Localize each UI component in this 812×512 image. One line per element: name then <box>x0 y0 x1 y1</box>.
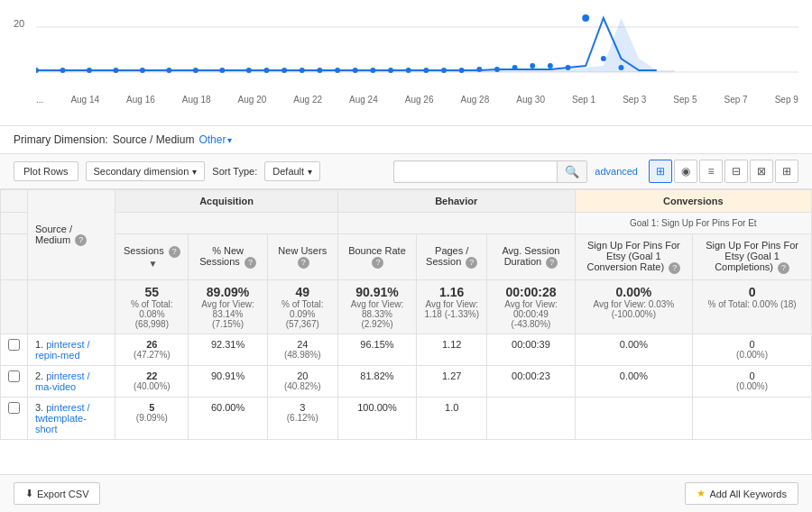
search-button[interactable]: 🔍 <box>557 161 586 182</box>
svg-point-24 <box>476 67 482 72</box>
pct-new-sessions-help-icon[interactable]: ? <box>245 257 256 269</box>
sort-type-label: Sort Type: <box>212 166 257 177</box>
svg-point-32 <box>619 65 624 70</box>
row2-bounce-rate-cell: 81.82% <box>337 365 416 397</box>
other-dimension-link[interactable]: Other <box>198 133 232 146</box>
view-custom-button[interactable]: ⊞ <box>775 160 798 183</box>
new-users-header[interactable]: New Users ? <box>267 234 337 280</box>
totals-avg-session-cell: 00:00:28 Avg for View: 00:00:49 (-43.80%… <box>487 279 575 334</box>
pages-session-header[interactable]: Pages / Session ? <box>417 234 487 280</box>
totals-bounce-rate-cell: 90.91% Avg for View: 88.33% (2.92%) <box>337 279 416 334</box>
sort-default-dropdown[interactable]: Default <box>264 161 320 181</box>
export-icon: ⬇ <box>25 488 33 499</box>
svg-point-28 <box>548 63 553 69</box>
add-all-keywords-button[interactable]: ★ Add All Keywords <box>685 482 798 505</box>
svg-point-6 <box>113 68 118 73</box>
sign-up-completions-header[interactable]: Sign Up For Pins For Etsy (Goal 1 Comple… <box>693 234 812 280</box>
svg-point-4 <box>60 68 66 73</box>
row1-avg-session-cell: 00:00:39 <box>487 334 575 365</box>
row3-avg-session-cell <box>487 397 575 439</box>
svg-point-16 <box>335 68 340 73</box>
svg-point-11 <box>246 68 252 73</box>
row1-sign-up-rate-cell: 0.00% <box>575 334 693 365</box>
svg-point-30 <box>582 14 589 22</box>
row2-checkbox[interactable] <box>1 365 28 397</box>
svg-point-18 <box>370 68 375 73</box>
new-users-help-icon[interactable]: ? <box>298 257 309 269</box>
select-all-checkbox-header <box>1 190 28 213</box>
sign-up-rate-help-icon[interactable]: ? <box>669 262 680 274</box>
svg-point-14 <box>300 68 305 73</box>
bounce-rate-header[interactable]: Bounce Rate ? <box>337 234 416 280</box>
row3-pages-session-cell: 1.0 <box>417 397 487 439</box>
row1-sessions-cell: 26 (47.27%) <box>115 334 189 365</box>
chart-svg <box>36 9 798 90</box>
sign-up-completions-help-icon[interactable]: ? <box>778 262 789 274</box>
pct-new-sessions-header[interactable]: % New Sessions ? <box>189 234 267 280</box>
source-medium-header: Source / Medium ? <box>28 190 115 280</box>
svg-point-9 <box>193 68 198 73</box>
sign-up-rate-header[interactable]: Sign Up For Pins For Etsy (Goal 1 Conver… <box>575 234 693 280</box>
row3-sign-up-completions-cell <box>693 397 812 439</box>
behavior-sub-spacer <box>337 213 575 234</box>
view-compare-button[interactable]: ⊟ <box>724 160 748 183</box>
svg-point-5 <box>87 68 92 73</box>
row3-sessions-cell: 5 (9.09%) <box>115 397 189 439</box>
view-data-table-button[interactable]: ⊞ <box>649 160 672 183</box>
totals-pages-session-cell: 1.16 Avg for View: 1.18 (-1.33%) <box>417 279 487 334</box>
chart-y-label: 20 <box>14 18 24 29</box>
toolbar: Plot Rows Secondary dimension Sort Type:… <box>0 154 812 189</box>
svg-point-17 <box>353 68 358 73</box>
row2-sessions-cell: 22 (40.00%) <box>115 365 189 397</box>
conversions-group-header: Conversions <box>575 190 811 213</box>
sessions-header[interactable]: Sessions ? ▼ <box>115 234 189 280</box>
totals-sessions-cell: 55 % of Total: 0.08% (68,998) <box>115 279 189 334</box>
avg-session-duration-header[interactable]: Avg. Session Duration ? <box>487 234 575 280</box>
view-pivot-button[interactable]: ⊠ <box>750 160 773 183</box>
row3-checkbox[interactable] <box>1 397 28 439</box>
bounce-rate-help-icon[interactable]: ? <box>372 257 383 269</box>
svg-point-7 <box>140 68 145 73</box>
svg-point-29 <box>566 65 571 70</box>
chart-x-labels: ... Aug 14 Aug 16 Aug 18 Aug 20 Aug 22 A… <box>36 93 798 105</box>
sessions-help-icon[interactable]: ? <box>169 246 180 258</box>
row3-source-link[interactable]: pinterest / twtemplate-short <box>35 402 90 434</box>
advanced-link[interactable]: advanced <box>595 166 638 177</box>
header-spacer-1 <box>1 213 28 234</box>
search-input[interactable] <box>394 162 557 180</box>
row1-source-link[interactable]: pinterest / repin-med <box>35 339 90 361</box>
row1-checkbox[interactable] <box>1 334 28 365</box>
secondary-dimension-dropdown[interactable]: Secondary dimension <box>86 161 206 181</box>
totals-label-cell <box>28 279 115 334</box>
svg-point-31 <box>601 56 606 61</box>
row2-source-link[interactable]: pinterest / ma-video <box>35 370 90 392</box>
pages-session-help-icon[interactable]: ? <box>466 257 477 269</box>
svg-marker-2 <box>36 18 674 72</box>
view-list-button[interactable]: ≡ <box>699 160 723 183</box>
dimension-value: Source / Medium <box>113 133 195 146</box>
export-csv-button[interactable]: ⬇ Export CSV <box>14 482 100 505</box>
avg-session-duration-help-icon[interactable]: ? <box>546 257 558 269</box>
view-pie-button[interactable]: ◉ <box>674 160 697 183</box>
source-medium-help-icon[interactable]: ? <box>75 234 87 246</box>
star-icon: ★ <box>697 488 706 499</box>
totals-new-users-cell: 49 % of Total: 0.09% (57,367) <box>267 279 337 334</box>
row2-pct-new-sessions-cell: 90.91% <box>189 365 267 397</box>
svg-point-21 <box>423 68 429 73</box>
goal-label-header: Goal 1: Sign Up For Pins For Et <box>575 213 811 234</box>
row3-pct-new-sessions-cell: 60.00% <box>189 397 267 439</box>
behavior-group-header: Behavior <box>337 190 575 213</box>
bottom-bar: ⬇ Export CSV ★ Add All Keywords <box>0 474 812 512</box>
row1-pct-new-sessions-cell: 92.31% <box>189 334 267 365</box>
view-icons: ⊞ ◉ ≡ ⊟ ⊠ ⊞ <box>649 160 798 183</box>
table-row: 3. pinterest / twtemplate-short 5 (9.09%… <box>1 397 812 439</box>
svg-point-15 <box>317 68 322 73</box>
svg-point-10 <box>219 68 225 73</box>
chart-area: 20 <box>0 0 812 126</box>
table-row: 2. pinterest / ma-video 22 (40.00%) 90.9… <box>1 365 812 397</box>
plot-rows-button[interactable]: Plot Rows <box>14 161 78 181</box>
row1-pages-session-cell: 1.12 <box>417 334 487 365</box>
svg-point-12 <box>264 68 270 73</box>
svg-point-22 <box>441 68 447 73</box>
svg-point-25 <box>494 67 500 72</box>
